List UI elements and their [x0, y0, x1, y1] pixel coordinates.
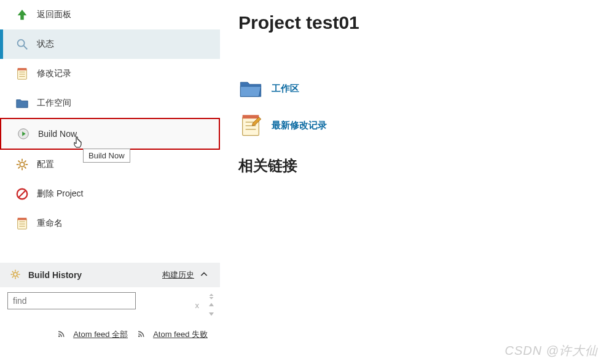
- nav-item-label: Build Now: [38, 129, 77, 139]
- svg-point-9: [20, 162, 24, 166]
- folder-icon: [15, 96, 29, 110]
- nav-item-label: 重命名: [37, 218, 63, 229]
- clock-play-icon: [16, 126, 31, 141]
- build-history-link[interactable]: 构建历史: [162, 269, 194, 281]
- folder-icon: [238, 76, 263, 101]
- arrow-up-icon[interactable]: [206, 301, 216, 309]
- nav-item-label: 修改记录: [37, 68, 71, 79]
- svg-marker-35: [210, 297, 214, 300]
- nav-delete-project[interactable]: 删除 Project: [0, 179, 220, 209]
- related-links-title: 相关链接: [238, 156, 598, 176]
- build-history-header[interactable]: Build History 构建历史: [0, 263, 220, 287]
- svg-marker-36: [209, 303, 214, 307]
- recent-changes-link-row: 最新修改记录: [238, 113, 598, 137]
- nav-item-label: 工作空间: [37, 98, 71, 109]
- sidebar: 返回面板 状态 修改记录 工作空间: [0, 0, 220, 364]
- deny-icon: [15, 187, 29, 201]
- svg-rect-41: [243, 115, 259, 118]
- svg-point-25: [14, 273, 17, 276]
- feed-links: Atom feed 全部 Atom feed 失败: [0, 323, 220, 346]
- nav-back-to-dashboard[interactable]: 返回面板: [0, 0, 220, 29]
- workspace-link[interactable]: 工作区: [272, 83, 299, 95]
- atom-feed-all-link[interactable]: Atom feed 全部: [73, 330, 128, 339]
- gear-icon: [10, 269, 22, 281]
- notepad-icon: [238, 113, 263, 137]
- svg-line-31: [17, 276, 18, 277]
- nav-item-label: 返回面板: [37, 9, 71, 20]
- nav-build-now[interactable]: Build Now: [0, 118, 220, 150]
- clear-icon[interactable]: x: [195, 301, 200, 310]
- rss-icon: [57, 330, 65, 340]
- build-history-section: Build History 构建历史 x: [0, 263, 220, 346]
- arrow-up-down-icon[interactable]: [206, 292, 216, 301]
- build-history-title: Build History: [28, 270, 162, 280]
- arrow-down-icon[interactable]: [206, 309, 216, 318]
- svg-line-19: [19, 191, 26, 198]
- svg-rect-24: [18, 218, 27, 220]
- svg-line-33: [17, 271, 18, 273]
- nav-arrows: [206, 292, 216, 318]
- notepad-icon: [15, 66, 29, 81]
- nav-item-label: 状态: [37, 39, 54, 50]
- nav-status[interactable]: 状态: [0, 29, 220, 59]
- svg-line-32: [12, 276, 14, 277]
- atom-feed-failed-link[interactable]: Atom feed 失败: [153, 330, 208, 339]
- recent-changes-link[interactable]: 最新修改记录: [272, 120, 327, 131]
- nav-changes[interactable]: 修改记录: [0, 59, 220, 88]
- nav-rename[interactable]: 重命名: [0, 209, 220, 238]
- svg-line-16: [18, 167, 20, 169]
- svg-line-15: [25, 167, 26, 169]
- main-links: 工作区 最新修改记录: [238, 76, 598, 137]
- svg-rect-6: [18, 68, 27, 71]
- tooltip: Build Now: [83, 149, 130, 163]
- svg-marker-34: [210, 294, 214, 296]
- workspace-link-row: 工作区: [238, 76, 598, 101]
- svg-point-38: [58, 335, 60, 337]
- main-content: Project test01 工作区 最新修改记录 相关链接: [220, 0, 604, 364]
- magnifier-icon: [15, 37, 29, 52]
- chevron-up-icon[interactable]: [199, 269, 210, 281]
- svg-line-17: [25, 161, 26, 163]
- svg-point-0: [18, 40, 25, 47]
- svg-line-14: [18, 161, 20, 163]
- up-arrow-icon: [15, 7, 29, 22]
- svg-line-30: [12, 271, 14, 273]
- svg-marker-37: [209, 312, 214, 316]
- nav-workspace[interactable]: 工作空间: [0, 88, 220, 118]
- rss-icon: [137, 330, 145, 340]
- build-history-search-input[interactable]: [7, 292, 136, 309]
- svg-line-1: [24, 46, 28, 50]
- nav-item-label: 配置: [37, 159, 54, 170]
- page-title: Project test01: [238, 12, 598, 33]
- svg-point-39: [138, 335, 139, 337]
- build-history-search-row: x: [0, 287, 220, 323]
- nav-list: 返回面板 状态 修改记录 工作空间: [0, 0, 220, 238]
- notepad-icon: [15, 216, 29, 231]
- gear-icon: [15, 157, 29, 172]
- nav-item-label: 删除 Project: [37, 188, 83, 199]
